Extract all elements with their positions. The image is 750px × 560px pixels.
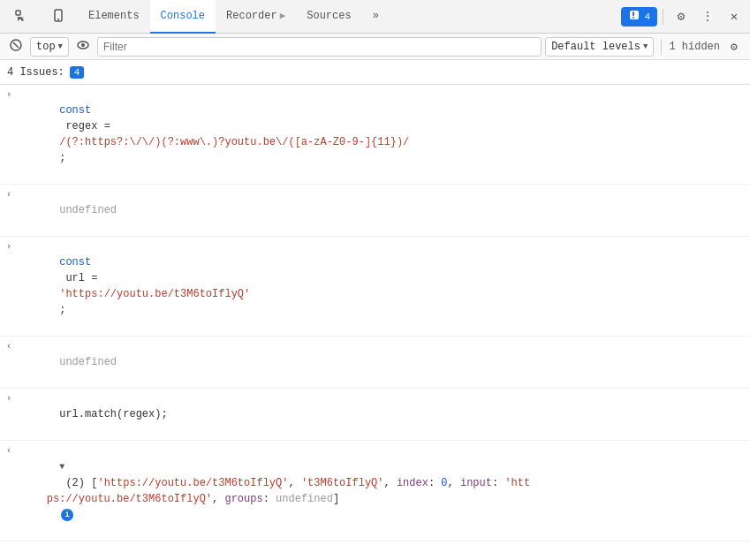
context-selector[interactable]: top ▼ (30, 37, 69, 57)
issues-text-label: 4 Issues: (7, 66, 64, 79)
svg-rect-4 (633, 11, 634, 16)
hidden-count: 1 hidden (669, 41, 720, 53)
line-gutter: ‹ (0, 337, 18, 354)
console-output: › const regex = /(?:https?:\/\/)(?:www\.… (0, 85, 750, 560)
tab-recorder-label: Recorder (226, 10, 277, 22)
console-line: › url.match(regex); (0, 389, 750, 441)
line-content: undefined (18, 185, 750, 235)
recorder-icon: ▶ (280, 10, 286, 21)
filter-input[interactable] (97, 37, 542, 57)
more-icon: ⋮ (701, 9, 714, 24)
more-options-btn[interactable]: ⋮ (695, 4, 720, 29)
line-gutter: › (0, 238, 18, 254)
input-arrow: › (6, 87, 12, 102)
output-arrow: ‹ (6, 443, 12, 458)
gear-icon: ⚙ (678, 9, 685, 24)
expand-toggle[interactable]: ▼ (59, 462, 64, 472)
svg-rect-5 (633, 17, 634, 19)
tab-sources-label: Sources (307, 10, 351, 22)
hidden-gear-icon: ⚙ (731, 40, 738, 54)
line-content: 0: "https://youtu.be/t3M6toIflyQ" (35, 542, 750, 560)
tab-device[interactable] (41, 0, 78, 34)
clear-console-btn[interactable] (5, 36, 27, 57)
context-label: top (36, 41, 56, 53)
hidden-settings-btn[interactable]: ⚙ (723, 36, 745, 57)
close-icon: ✕ (731, 9, 738, 24)
console-line: ‹ undefined (0, 337, 750, 389)
line-content: url.match(regex); (18, 390, 750, 439)
levels-chevron-icon: ▼ (643, 42, 648, 51)
console-line: › const url = 'https://youtu.be/t3M6toIf… (0, 237, 750, 337)
svg-line-7 (13, 42, 19, 48)
line-content: undefined (18, 337, 750, 387)
keyword-const: const (59, 256, 91, 269)
console-line: ‹ undefined (0, 185, 750, 237)
toolbar-icons: 4 ⚙ ⋮ ✕ (621, 4, 746, 29)
svg-point-9 (81, 43, 85, 47)
toolbar-divider (661, 39, 662, 55)
eye-btn[interactable] (72, 36, 94, 57)
line-gutter: ‹ (0, 185, 18, 202)
tab-more[interactable]: » (362, 0, 390, 34)
tab-recorder[interactable]: Recorder ▶ (216, 0, 296, 34)
input-arrow: › (6, 390, 12, 406)
issues-badge-icon: 4 (70, 66, 85, 79)
output-undefined: undefined (59, 356, 117, 368)
log-levels-selector[interactable]: Default levels ▼ (545, 37, 654, 57)
array-output: ▼ (2) ['https://youtu.be/t3M6toIflyQ', '… (18, 442, 750, 540)
settings-btn[interactable]: ⚙ (669, 4, 693, 29)
console-toolbar: top ▼ Default levels ▼ 1 hidden ⚙ (0, 34, 750, 60)
output-undefined: undefined (59, 204, 117, 216)
tab-sources[interactable]: Sources (296, 0, 361, 34)
badge-icon (628, 9, 640, 24)
info-icon: i (61, 509, 73, 521)
eye-icon (76, 38, 90, 56)
line-gutter: › (0, 86, 18, 102)
regex-value: /(?:https?:\/\/)(?:www\.)?youtu.be\/([a-… (59, 136, 409, 148)
line-gutter (18, 542, 35, 543)
log-levels-label: Default levels (551, 41, 640, 53)
line-gutter: ‹ (0, 442, 18, 458)
line-content: const url = 'https://youtu.be/t3M6toIfly… (18, 238, 750, 335)
console-line: › const regex = /(?:https?:\/\/)(?:www\.… (0, 85, 750, 185)
tab-inspect[interactable] (4, 0, 41, 34)
badge-count: 4 (644, 11, 650, 22)
output-arrow: ‹ (6, 186, 12, 202)
clear-icon (9, 38, 23, 56)
svg-rect-0 (16, 11, 20, 15)
url-value: 'https://youtu.be/t3M6toIflyQ' (59, 288, 250, 300)
tab-console[interactable]: Console (150, 0, 216, 34)
line-gutter: › (0, 390, 18, 406)
issues-badge-btn[interactable]: 4 (621, 7, 657, 26)
tab-elements-label: Elements (88, 10, 140, 22)
line-content: const regex = /(?:https?:\/\/)(?:www\.)?… (18, 86, 750, 183)
input-arrow: › (6, 238, 12, 254)
output-arrow: ‹ (6, 338, 12, 354)
tab-more-label: » (373, 10, 379, 22)
dropdown-icon: ▼ (58, 42, 63, 51)
keyword-const: const (59, 104, 91, 117)
device-icon (51, 9, 65, 23)
inspect-icon (14, 9, 28, 23)
tab-console-label: Console (161, 10, 205, 22)
tab-elements[interactable]: Elements (78, 0, 150, 34)
close-btn[interactable]: ✕ (722, 4, 746, 29)
issues-count: 4 Issues: (7, 66, 64, 79)
devtools-toolbar: Elements Console Recorder ▶ Sources » 4 … (0, 0, 750, 34)
array-item-0: 0: "https://youtu.be/t3M6toIflyQ" (0, 541, 750, 560)
console-line-array: ‹ ▼ (2) ['https://youtu.be/t3M6toIflyQ',… (0, 441, 750, 541)
issues-bar: 4 Issues: 4 (0, 60, 750, 85)
